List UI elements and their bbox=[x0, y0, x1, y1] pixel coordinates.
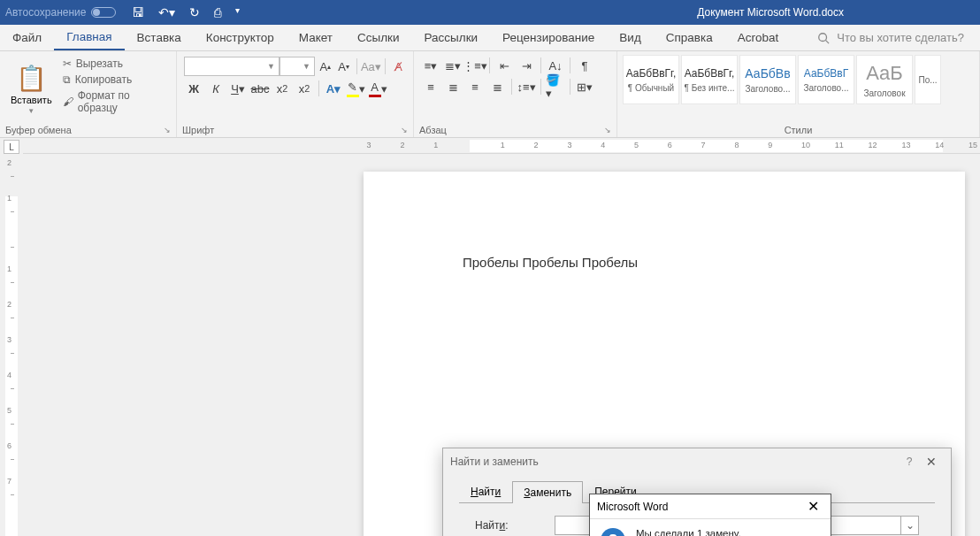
title-bar: Автосохранение 🖫 ↶▾ ↻ ⎙ ▾ Документ Micro… bbox=[0, 0, 980, 25]
scissors-icon: ✂ bbox=[63, 57, 72, 70]
tell-me-search[interactable]: Что вы хотите сделать? bbox=[817, 31, 980, 44]
format-painter-button[interactable]: 🖌Формат по образцу bbox=[61, 88, 171, 115]
document-title: Документ Microsoft Word.docx bbox=[136, 6, 844, 19]
tab-home[interactable]: Главная bbox=[54, 25, 124, 50]
tab-help[interactable]: Справка bbox=[654, 25, 725, 50]
increase-indent-button[interactable]: ⇥ bbox=[517, 57, 536, 74]
align-right-button[interactable]: ≡ bbox=[465, 78, 485, 96]
font-name-combo[interactable]: ▼ bbox=[184, 57, 279, 76]
message-title: Microsoft Word bbox=[597, 501, 668, 513]
close-icon[interactable]: ✕ bbox=[919, 453, 944, 471]
svg-line-1 bbox=[826, 40, 830, 43]
font-launcher-icon[interactable]: ↘ bbox=[401, 126, 408, 134]
ribbon-tabs: Файл Главная Вставка Конструктор Макет С… bbox=[0, 25, 980, 51]
vertical-ruler[interactable]: L 211234567 bbox=[0, 154, 23, 536]
format-painter-label: Формат по образцу bbox=[78, 89, 169, 114]
message-line1: Мы сделали 1 замену. bbox=[636, 528, 773, 536]
autosave-label: Автосохранение bbox=[5, 6, 86, 19]
style-title[interactable]: АаБЗаголовок bbox=[856, 55, 913, 104]
bold-button[interactable]: Ж bbox=[184, 80, 203, 97]
style-no-spacing[interactable]: АаБбВвГг,¶ Без инте... bbox=[681, 55, 738, 104]
autosave-toggle[interactable]: Автосохранение bbox=[5, 6, 116, 19]
font-size-combo[interactable]: ▼ bbox=[279, 57, 315, 76]
tab-find-rest: айт bbox=[479, 486, 495, 498]
workspace: 321123456789101112131415 L 211234567 Про… bbox=[0, 138, 980, 536]
svg-point-0 bbox=[819, 33, 827, 41]
shading-button[interactable]: 🪣▾ bbox=[546, 78, 565, 96]
justify-button[interactable]: ≣ bbox=[487, 78, 507, 96]
style-gallery[interactable]: АаБбВвГг,¶ Обычный АаБбВвГг,¶ Без инте..… bbox=[623, 55, 941, 123]
font-color-button[interactable]: A▾ bbox=[368, 80, 387, 97]
tab-mailings[interactable]: Рассылки bbox=[412, 25, 491, 50]
chevron-down-icon[interactable]: ⌄ bbox=[900, 517, 918, 534]
group-styles: АаБбВвГг,¶ Обычный АаБбВвГг,¶ Без инте..… bbox=[617, 51, 980, 137]
question-icon: ? bbox=[601, 528, 625, 536]
find-replace-titlebar[interactable]: Найти и заменить ? ✕ bbox=[443, 448, 951, 475]
decrease-indent-button[interactable]: ⇤ bbox=[494, 57, 514, 74]
tab-find-inner[interactable]: Найти bbox=[459, 480, 512, 502]
tab-acrobat[interactable]: Acrobat bbox=[725, 25, 792, 50]
style-heading1[interactable]: АаБбВвЗаголово... bbox=[739, 55, 796, 104]
show-marks-button[interactable]: ¶ bbox=[575, 57, 594, 74]
numbering-button[interactable]: ≣▾ bbox=[443, 57, 463, 74]
sort-button[interactable]: A↓ bbox=[546, 57, 565, 74]
clipboard-launcher-icon[interactable]: ↘ bbox=[164, 126, 171, 134]
brush-icon: 🖌 bbox=[63, 96, 73, 108]
style-normal[interactable]: АаБбВвГг,¶ Обычный bbox=[623, 55, 679, 104]
style-more[interactable]: По... bbox=[915, 55, 941, 104]
copy-label: Копировать bbox=[75, 73, 133, 86]
align-center-button[interactable]: ≣ bbox=[443, 78, 463, 96]
highlight-button[interactable]: ✎▾ bbox=[346, 80, 365, 97]
tab-view[interactable]: Вид bbox=[607, 25, 653, 50]
message-titlebar[interactable]: Microsoft Word ✕ bbox=[590, 494, 831, 519]
tab-replace-inner[interactable]: Заменить bbox=[512, 481, 583, 503]
help-icon[interactable]: ? bbox=[900, 456, 919, 468]
tab-insert[interactable]: Вставка bbox=[125, 25, 194, 50]
change-case-button[interactable]: Aa▾ bbox=[361, 57, 380, 75]
find-what-label: Найти: bbox=[475, 519, 555, 532]
paragraph-launcher-icon[interactable]: ↘ bbox=[604, 126, 611, 134]
italic-button[interactable]: К bbox=[206, 80, 226, 97]
copy-button[interactable]: ⧉Копировать bbox=[61, 73, 171, 87]
cut-button[interactable]: ✂Вырезать bbox=[61, 57, 171, 71]
group-clipboard: 📋 Вставить ▼ ✂Вырезать ⧉Копировать 🖌Форм… bbox=[0, 51, 177, 137]
group-font: ▼ ▼ A▴ A▾ Aa▾ A̸ Ж К Ч▾ abc x2 x2 A▾ ✎▾ bbox=[177, 51, 414, 137]
superscript-button[interactable]: x2 bbox=[295, 80, 314, 97]
font-group-label: Шрифт bbox=[182, 125, 214, 135]
tab-references[interactable]: Ссылки bbox=[345, 25, 412, 50]
subscript-button[interactable]: x2 bbox=[272, 80, 292, 97]
search-icon bbox=[817, 32, 830, 44]
autosave-switch-off[interactable] bbox=[91, 7, 116, 18]
paste-button[interactable]: 📋 Вставить ▼ bbox=[5, 55, 57, 123]
tab-replace-rest: аменить bbox=[531, 486, 572, 499]
style-heading2[interactable]: АаБбВвГЗаголово... bbox=[798, 55, 854, 104]
close-icon[interactable]: ✕ bbox=[802, 498, 823, 515]
bullets-button[interactable]: ≡▾ bbox=[421, 57, 440, 74]
align-left-button[interactable]: ≡ bbox=[421, 78, 440, 96]
paste-icon: 📋 bbox=[16, 64, 47, 93]
strike-button[interactable]: abc bbox=[250, 80, 270, 97]
document-text[interactable]: Пробелы Пробелы Пробелы bbox=[463, 255, 638, 270]
tab-layout[interactable]: Макет bbox=[287, 25, 345, 50]
find-replace-title: Найти и заменить bbox=[450, 456, 539, 468]
tab-design[interactable]: Конструктор bbox=[194, 25, 287, 50]
tab-review[interactable]: Рецензирование bbox=[490, 25, 607, 50]
clipboard-group-label: Буфер обмена bbox=[5, 125, 72, 135]
line-spacing-button[interactable]: ↕≡▾ bbox=[517, 78, 536, 96]
ribbon: 📋 Вставить ▼ ✂Вырезать ⧉Копировать 🖌Форм… bbox=[0, 51, 980, 138]
underline-button[interactable]: Ч▾ bbox=[228, 80, 248, 97]
paragraph-group-label: Абзац bbox=[419, 125, 447, 135]
tab-selector[interactable]: L bbox=[4, 140, 19, 154]
text-effects-button[interactable]: A▾ bbox=[324, 80, 343, 97]
group-paragraph: ≡▾ ≣▾ ⋮≡▾ ⇤ ⇥ A↓ ¶ ≡ ≣ ≡ ≣ ↕≡▾ 🪣▾ bbox=[414, 51, 617, 137]
tab-file[interactable]: Файл bbox=[0, 25, 54, 50]
shrink-font-button[interactable]: A▾ bbox=[336, 57, 352, 75]
grow-font-button[interactable]: A▴ bbox=[318, 57, 333, 75]
styles-group-label: Стили bbox=[785, 125, 813, 135]
multilevel-button[interactable]: ⋮≡▾ bbox=[465, 57, 485, 74]
horizontal-ruler[interactable]: 321123456789101112131415 bbox=[23, 138, 980, 154]
clear-format-button[interactable]: A̸ bbox=[390, 57, 406, 75]
borders-button[interactable]: ⊞▾ bbox=[575, 78, 594, 96]
paste-label: Вставить bbox=[11, 95, 52, 105]
message-box: Microsoft Word ✕ ? Мы сделали 1 замену. … bbox=[589, 494, 831, 536]
